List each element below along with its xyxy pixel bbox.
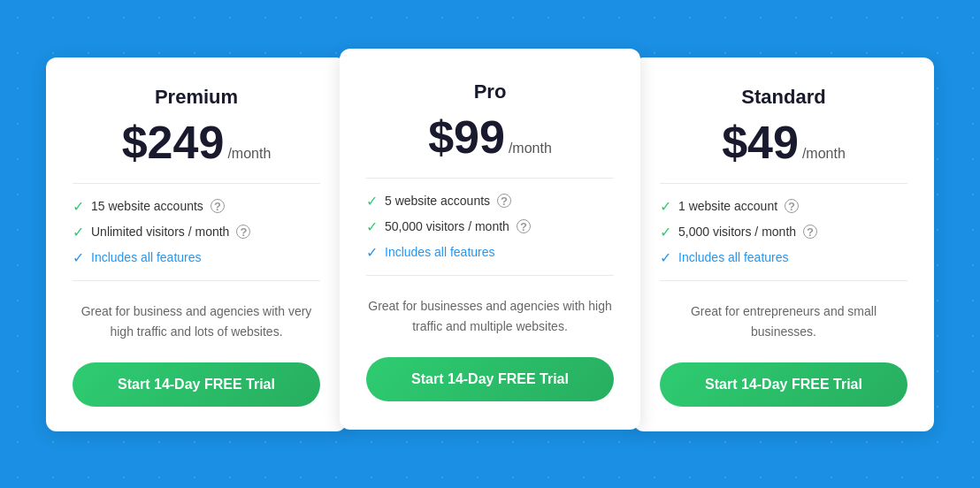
help-icon[interactable]: ? xyxy=(785,199,799,213)
feature-link-item-pro-2: ✓Includes all features xyxy=(366,244,614,261)
check-icon: ✓ xyxy=(660,224,671,240)
feature-link-text-standard-2: Includes all features xyxy=(678,250,789,264)
check-circle-icon: ✓ xyxy=(73,249,84,266)
includes-all-features-link-premium[interactable]: ✓Includes all features xyxy=(73,249,320,266)
feature-item-pro-1: ✓50,000 visitors / month? xyxy=(366,218,614,235)
trial-button-premium[interactable]: Start 14-Day FREE Trial xyxy=(73,362,320,407)
divider xyxy=(660,183,907,184)
feature-text-pro-0: 5 website accounts xyxy=(385,194,490,208)
features-list-standard: ✓1 website account?✓5,000 visitors / mon… xyxy=(660,198,907,266)
feature-text-standard-1: 5,000 visitors / month xyxy=(678,225,796,239)
plan-card-premium: Premium$249/month✓15 website accounts?✓U… xyxy=(46,57,347,431)
help-icon[interactable]: ? xyxy=(517,219,531,233)
divider xyxy=(73,183,320,184)
check-icon: ✓ xyxy=(73,224,84,240)
feature-text-premium-0: 15 website accounts xyxy=(91,199,203,213)
plan-description-standard: Great for entrepreneurs and small busine… xyxy=(660,295,907,348)
help-icon[interactable]: ? xyxy=(803,225,817,239)
feature-text-premium-1: Unlimited visitors / month xyxy=(91,225,229,239)
feature-item-pro-0: ✓5 website accounts? xyxy=(366,193,614,210)
plan-description-premium: Great for business and agencies with ver… xyxy=(73,295,320,348)
includes-all-features-link-pro[interactable]: ✓Includes all features xyxy=(366,244,614,261)
divider xyxy=(660,280,907,281)
check-icon: ✓ xyxy=(366,218,378,235)
plan-description-pro: Great for businesses and agencies with h… xyxy=(366,290,614,343)
plan-title-standard: Standard xyxy=(660,86,907,109)
help-icon[interactable]: ? xyxy=(211,199,225,213)
feature-item-standard-0: ✓1 website account? xyxy=(660,198,907,215)
includes-all-features-link-standard[interactable]: ✓Includes all features xyxy=(660,249,907,266)
price-row-pro: $99/month xyxy=(366,114,614,160)
feature-item-premium-1: ✓Unlimited visitors / month? xyxy=(73,224,320,240)
check-icon: ✓ xyxy=(660,198,671,215)
divider xyxy=(366,178,614,179)
price-period-standard: /month xyxy=(802,146,846,162)
feature-link-text-premium-2: Includes all features xyxy=(91,250,202,264)
feature-item-premium-0: ✓15 website accounts? xyxy=(73,198,320,215)
plan-card-standard: Standard$49/month✓1 website account?✓5,0… xyxy=(633,57,934,431)
feature-text-pro-1: 50,000 visitors / month xyxy=(385,219,509,233)
features-list-premium: ✓15 website accounts?✓Unlimited visitors… xyxy=(73,198,320,266)
price-row-standard: $49/month xyxy=(660,119,907,165)
price-row-premium: $249/month xyxy=(73,119,320,165)
divider xyxy=(366,275,614,276)
trial-button-pro[interactable]: Start 14-Day FREE Trial xyxy=(366,357,614,401)
price-amount-standard: $49 xyxy=(722,119,799,165)
price-amount-pro: $99 xyxy=(428,114,505,160)
plan-card-pro: Pro$99/month✓5 website accounts?✓50,000 … xyxy=(340,49,640,430)
feature-text-standard-0: 1 website account xyxy=(678,199,777,213)
trial-button-standard[interactable]: Start 14-Day FREE Trial xyxy=(660,362,907,407)
feature-link-item-premium-2: ✓Includes all features xyxy=(73,249,320,266)
pricing-cards: Premium$249/month✓15 website accounts?✓U… xyxy=(21,57,959,431)
help-icon[interactable]: ? xyxy=(497,194,511,208)
check-icon: ✓ xyxy=(366,193,378,210)
feature-item-standard-1: ✓5,000 visitors / month? xyxy=(660,224,907,240)
check-circle-icon: ✓ xyxy=(366,244,378,261)
price-amount-premium: $249 xyxy=(122,119,225,165)
feature-link-item-standard-2: ✓Includes all features xyxy=(660,249,907,266)
help-icon[interactable]: ? xyxy=(236,225,250,239)
check-circle-icon: ✓ xyxy=(660,249,671,266)
check-icon: ✓ xyxy=(73,198,84,215)
features-list-pro: ✓5 website accounts?✓50,000 visitors / m… xyxy=(366,193,614,261)
price-period-pro: /month xyxy=(509,141,552,156)
divider xyxy=(73,280,320,281)
price-period-premium: /month xyxy=(227,146,271,162)
feature-link-text-pro-2: Includes all features xyxy=(385,245,495,259)
plan-title-premium: Premium xyxy=(73,86,320,109)
plan-title-pro: Pro xyxy=(366,80,614,103)
